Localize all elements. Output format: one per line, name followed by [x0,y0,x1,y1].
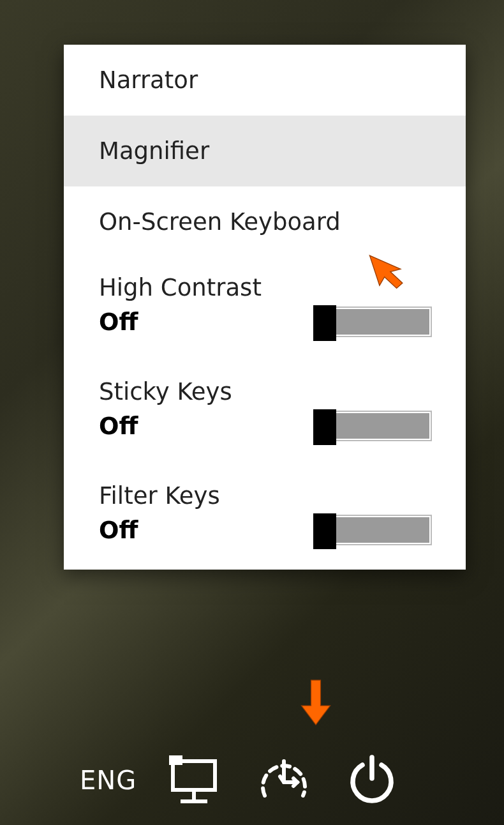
menu-label: Magnifier [99,137,209,165]
toggle-state: Off [99,517,138,544]
annotation-arrow-down-icon [300,677,332,728]
menu-item-high-contrast: High Contrast Off [64,257,466,361]
ease-of-access-menu: Narrator Magnifier On-Screen Keyboard Hi… [64,45,466,570]
toggle-label: Sticky Keys [99,378,431,405]
menu-item-filter-keys: Filter Keys Off [64,465,466,570]
menu-item-magnifier[interactable]: Magnifier [64,116,466,186]
toggle-state: Off [99,308,138,336]
menu-item-sticky-keys: Sticky Keys Off [64,361,466,465]
toggle-label: Filter Keys [99,482,431,510]
menu-item-on-screen-keyboard[interactable]: On-Screen Keyboard [64,186,466,257]
svg-rect-4 [172,759,175,762]
annotation-cursor-icon [369,248,404,292]
power-icon[interactable] [343,752,401,809]
sticky-keys-toggle[interactable] [316,412,431,440]
menu-item-narrator[interactable]: Narrator [64,45,466,116]
toggle-state: Off [99,413,138,440]
lock-screen-bottom-bar: ENG [0,736,504,825]
filter-keys-toggle[interactable] [316,516,431,544]
language-indicator[interactable]: ENG [80,766,137,795]
ease-of-access-icon[interactable] [255,752,313,809]
menu-label: On-Screen Keyboard [99,208,341,236]
svg-rect-0 [173,761,215,790]
network-icon[interactable] [167,752,225,809]
high-contrast-toggle[interactable] [316,308,431,336]
menu-label: Narrator [99,66,198,94]
